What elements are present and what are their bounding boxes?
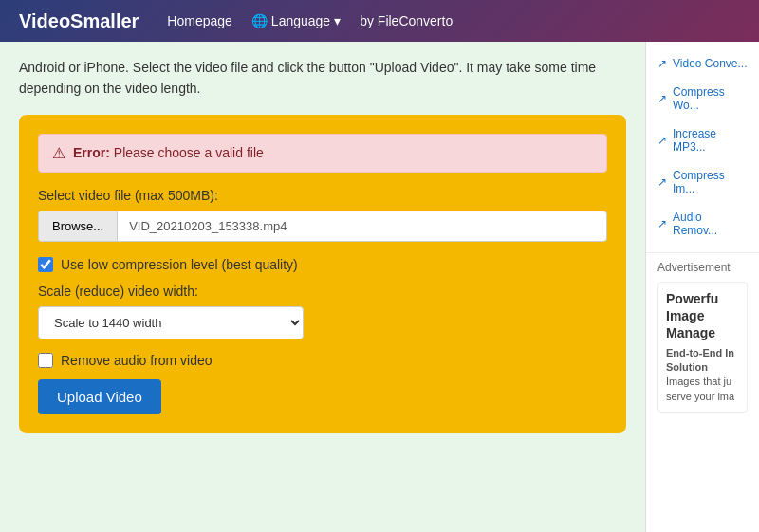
error-bold: Error: (73, 145, 110, 160)
scale-select[interactable]: Scale to 1440 width Scale to 1920 width … (38, 306, 304, 339)
low-compression-checkbox[interactable] (38, 257, 53, 272)
external-link-icon-1: ↗ (657, 57, 667, 70)
compression-label[interactable]: Use low compression level (best quality) (61, 257, 298, 272)
remove-audio-checkbox[interactable] (38, 353, 53, 368)
ad-title: PowerfuImageManage (666, 290, 739, 342)
error-message: Error: Please choose a valid file (73, 145, 264, 160)
right-sidebar: ↗ Video Conve... ↗ Compress Wo... ↗ Incr… (645, 42, 759, 532)
ad-card: PowerfuImageManage End-to-End InSolution… (657, 282, 748, 413)
left-content: Android or iPhone. Select the video file… (0, 42, 645, 532)
warning-icon: ⚠ (52, 144, 65, 162)
upload-card: ⚠ Error: Please choose a valid file Sele… (19, 115, 626, 433)
external-link-icon-3: ↗ (657, 134, 667, 147)
main-nav: Homepage 🌐 Language ▾ by FileConverto (167, 13, 740, 28)
file-name-display: VID_20210203_153338.mp4 (118, 211, 606, 241)
external-link-icon-2: ↗ (657, 92, 667, 105)
sidebar-item-compress-word[interactable]: ↗ Compress Wo... (646, 78, 759, 119)
sidebar-item-increase-mp3[interactable]: ↗ Increase MP3... (646, 119, 759, 161)
error-text: Please choose a valid file (110, 145, 264, 160)
ad-label: Advertisement (657, 261, 748, 274)
sidebar-item-audio-remove[interactable]: ↗ Audio Remov... (646, 203, 759, 245)
header: VideoSmaller Homepage 🌐 Language ▾ by Fi… (0, 0, 759, 42)
scale-label: Scale (reduce) video width: (38, 284, 607, 299)
browse-button[interactable]: Browse... (39, 211, 118, 241)
ad-subtitle: End-to-End InSolution Images that ju ser… (666, 346, 739, 405)
upload-button[interactable]: Upload Video (38, 379, 161, 414)
language-icon: 🌐 (251, 13, 268, 28)
sidebar-item-compress-image[interactable]: ↗ Compress Im... (646, 161, 759, 203)
file-input-wrapper: Browse... VID_20210203_153338.mp4 (38, 211, 607, 242)
main-layout: Android or iPhone. Select the video file… (0, 42, 759, 532)
chevron-down-icon: ▾ (334, 13, 341, 28)
sidebar-links: ↗ Video Conve... ↗ Compress Wo... ↗ Incr… (646, 42, 759, 253)
fileconverto-label: by FileConverto (360, 13, 453, 28)
sidebar-link-label-2: Compress Wo... (673, 85, 748, 112)
ad-body: Images that ju serve your ima (666, 376, 734, 401)
external-link-icon-5: ↗ (657, 217, 667, 230)
sidebar-link-label-1: Video Conve... (673, 57, 748, 70)
ad-subtitle-bold: End-to-End InSolution (666, 347, 734, 373)
sidebar-link-label-3: Increase MP3... (673, 127, 748, 154)
sidebar-link-label-4: Compress Im... (673, 169, 748, 195)
external-link-icon-4: ↗ (657, 175, 667, 189)
audio-label[interactable]: Remove audio from video (61, 353, 213, 368)
ad-section: Advertisement PowerfuImageManage End-to-… (646, 253, 759, 420)
sidebar-link-label-5: Audio Remov... (673, 211, 748, 237)
intro-text: Android or iPhone. Select the video file… (19, 57, 626, 100)
language-label: Language (271, 13, 330, 28)
compression-checkbox-row: Use low compression level (best quality) (38, 257, 607, 272)
site-logo[interactable]: VideoSmaller (19, 10, 139, 32)
sidebar-item-video-convert[interactable]: ↗ Video Conve... (646, 49, 759, 78)
homepage-link[interactable]: Homepage (167, 13, 232, 28)
error-box: ⚠ Error: Please choose a valid file (38, 134, 607, 173)
language-dropdown[interactable]: 🌐 Language ▾ (251, 13, 341, 28)
file-label: Select video file (max 500MB): (38, 188, 607, 203)
audio-checkbox-row: Remove audio from video (38, 353, 607, 368)
